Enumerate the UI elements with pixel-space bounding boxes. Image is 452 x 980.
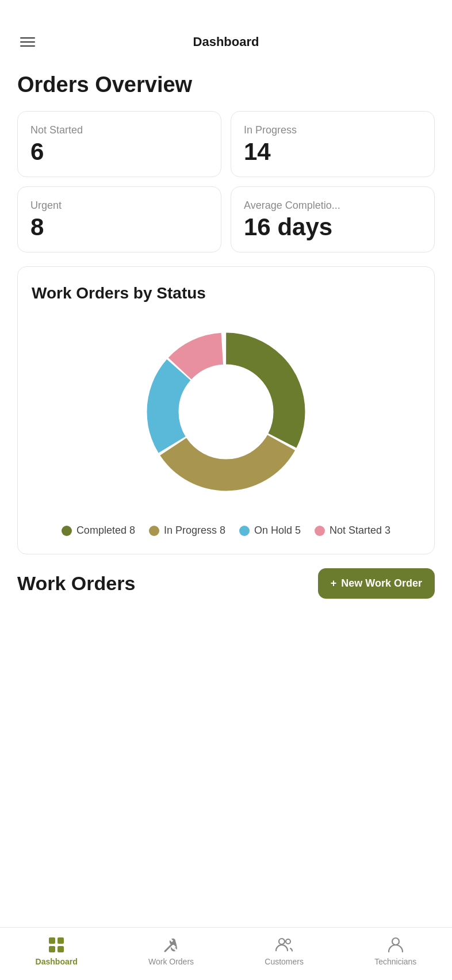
plus-icon: + — [331, 577, 337, 589]
chart-title: Work Orders by Status — [32, 284, 420, 303]
svg-rect-2 — [49, 946, 55, 952]
stat-value-not-started: 6 — [30, 140, 208, 164]
nav-item-work-orders[interactable]: Work Orders — [137, 936, 205, 966]
stat-label-urgent: Urgent — [30, 200, 208, 212]
donut-chart-container — [32, 320, 420, 504]
work-orders-title: Work Orders — [17, 572, 135, 595]
main-content: Orders Overview Not Started 6 In Progres… — [0, 61, 452, 677]
stat-value-avg-completion: 16 days — [244, 215, 422, 239]
legend-item-completed: Completed 8 — [62, 525, 135, 537]
hamburger-line — [20, 41, 35, 43]
svg-rect-1 — [58, 937, 64, 944]
header-title: Dashboard — [193, 35, 259, 49]
nav-item-customers[interactable]: Customers — [253, 936, 315, 966]
stat-value-urgent: 8 — [30, 215, 208, 239]
svg-rect-3 — [58, 946, 64, 952]
dashboard-icon — [47, 936, 66, 954]
hamburger-line — [20, 37, 35, 39]
customers-icon — [275, 936, 293, 954]
legend-dot-on-hold — [239, 526, 250, 536]
nav-item-dashboard[interactable]: Dashboard — [24, 936, 89, 966]
stat-card-in-progress[interactable]: In Progress 14 — [231, 111, 435, 177]
nav-label-customers: Customers — [265, 957, 304, 966]
legend-dot-completed — [62, 526, 72, 536]
stat-card-avg-completion[interactable]: Average Completio... 16 days — [231, 186, 435, 252]
menu-button[interactable] — [17, 35, 38, 49]
legend-label-not-started: Not Started 3 — [330, 525, 390, 537]
svg-point-5 — [279, 939, 285, 944]
bottom-nav: Dashboard Work Orders Customers — [0, 927, 452, 980]
legend-dot-in-progress — [149, 526, 159, 536]
hamburger-line — [20, 45, 35, 47]
svg-point-7 — [392, 938, 399, 945]
stat-label-avg-completion: Average Completio... — [244, 200, 422, 212]
stat-label-not-started: Not Started — [30, 124, 208, 136]
donut-chart — [134, 320, 318, 504]
nav-item-technicians[interactable]: Technicians — [363, 936, 428, 966]
svg-point-6 — [286, 939, 290, 944]
stat-value-in-progress: 14 — [244, 140, 422, 164]
legend-item-in-progress: In Progress 8 — [149, 525, 225, 537]
new-work-order-button[interactable]: + New Work Order — [318, 568, 435, 599]
wrench-icon — [162, 936, 181, 954]
new-work-order-label: New Work Order — [341, 577, 422, 589]
legend-item-not-started: Not Started 3 — [315, 525, 390, 537]
orders-overview-title: Orders Overview — [17, 72, 435, 97]
work-orders-header: Work Orders + New Work Order — [17, 568, 435, 599]
nav-label-work-orders: Work Orders — [148, 957, 194, 966]
header: Dashboard — [0, 0, 452, 61]
stat-card-urgent[interactable]: Urgent 8 — [17, 186, 221, 252]
legend-label-in-progress: In Progress 8 — [164, 525, 225, 537]
nav-label-dashboard: Dashboard — [36, 957, 78, 966]
legend-label-on-hold: On Hold 5 — [254, 525, 301, 537]
stats-grid: Not Started 6 In Progress 14 Urgent 8 Av… — [17, 111, 435, 252]
legend-dot-not-started — [315, 526, 325, 536]
stat-card-not-started[interactable]: Not Started 6 — [17, 111, 221, 177]
svg-rect-0 — [49, 937, 55, 944]
chart-legend: Completed 8 In Progress 8 On Hold 5 Not … — [32, 525, 420, 537]
legend-item-on-hold: On Hold 5 — [239, 525, 301, 537]
stat-label-in-progress: In Progress — [244, 124, 422, 136]
chart-card: Work Orders by Status Completed — [17, 266, 435, 554]
legend-label-completed: Completed 8 — [76, 525, 135, 537]
donut-center — [179, 365, 273, 459]
technicians-icon — [386, 936, 405, 954]
nav-label-technicians: Technicians — [374, 957, 416, 966]
